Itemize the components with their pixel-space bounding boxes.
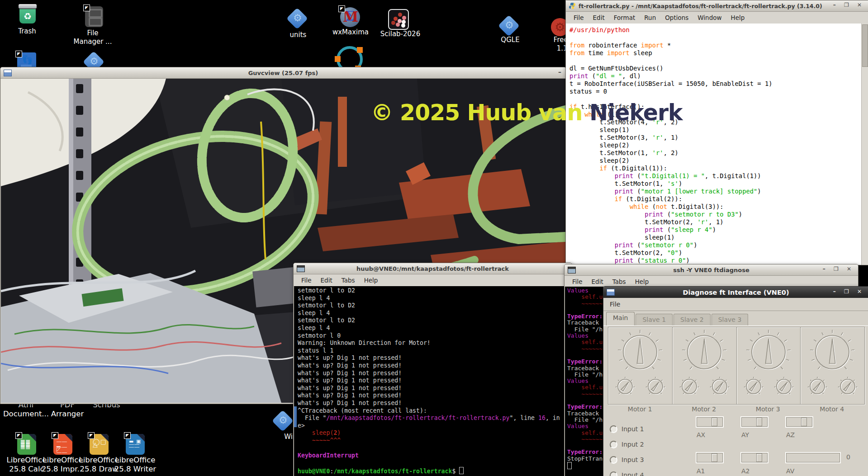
az-label: AZ — [786, 431, 795, 438]
libreoffice-writer-label[interactable]: LibreOffice 25.8 Writer — [110, 456, 161, 474]
input-radio-row: Input 1 — [610, 424, 644, 434]
menu-item-file[interactable]: File — [605, 301, 625, 308]
libreoffice-writer-icon[interactable]: ▬ ▣―――― ◤ — [126, 434, 145, 455]
menu-item-file[interactable]: File — [568, 277, 587, 286]
presentation-icon: ―― ▁―― ◸―― — [57, 440, 72, 454]
terminal-line: setmotor l 0 — [298, 332, 571, 340]
scilab-icon[interactable] — [388, 9, 409, 30]
units-icon[interactable]: ⚙ — [289, 11, 305, 26]
terminal-line: Warning: Unknown Direction for Motor! — [298, 339, 571, 347]
window-buttons[interactable]: – ❐ ✕ — [833, 288, 865, 295]
units-label[interactable]: units — [275, 31, 321, 39]
menu-item-help[interactable]: Help — [631, 277, 653, 286]
terminal-titlebar[interactable]: huub@VNE0:/mnt/kaapstadfotos/ft-rollertr… — [294, 263, 572, 274]
file-manager-label[interactable]: File Manager ... — [63, 29, 122, 46]
terminal-line: KeyboardInterrupt — [298, 452, 571, 460]
menu-item-file[interactable]: File — [569, 13, 588, 22]
ax-label: AX — [697, 431, 705, 438]
wxmaxima-icon[interactable]: Σ M ◤ — [340, 7, 360, 27]
menu-item-format[interactable]: Format — [610, 13, 640, 22]
menu-item-edit[interactable]: Edit — [317, 276, 337, 285]
trash-label[interactable]: Trash — [5, 27, 50, 36]
av-entry[interactable] — [785, 452, 841, 463]
terminal-window: huub@VNE0:/mnt/kaapstadfotos/ft-rollertr… — [293, 263, 572, 476]
radio-button-input-1[interactable] — [610, 425, 617, 433]
wxmaxima-label[interactable]: wxMaxima — [328, 28, 373, 37]
guvcview-titlebar[interactable]: Guvcview (25.07 fps) – — [0, 67, 566, 79]
motor-label: Motor 4 — [800, 405, 864, 413]
window-buttons[interactable]: – ❐ ✕ — [823, 266, 854, 272]
menu-item-tabs[interactable]: Tabs — [608, 277, 630, 286]
code-line: #/usr/bin/python — [569, 26, 862, 34]
menu-item-tabs[interactable]: Tabs — [337, 276, 359, 285]
gauge-dial-icon — [801, 327, 864, 403]
input-label: Input 3 — [621, 456, 644, 463]
motor-gauge-panel — [608, 327, 865, 405]
menu-item-run[interactable]: Run — [640, 13, 660, 22]
ay-spinbox[interactable] — [740, 416, 768, 428]
az-spinbox[interactable] — [785, 416, 813, 428]
input-label: Input 1 — [621, 425, 644, 433]
shortcut-badge-icon: ◤ — [83, 5, 90, 11]
gear-icon: ⚙ — [505, 19, 514, 31]
idle-menubar: FileEditFormatRunOptionsWindowHelp — [566, 12, 868, 24]
ax-spinbox[interactable] — [696, 416, 724, 428]
qgle-label[interactable]: QGLE — [488, 36, 533, 44]
code-line: t.SetMotor(2, 'r', 1) — [569, 218, 862, 226]
gear-icon: ⚙ — [293, 12, 302, 24]
menu-item-window[interactable]: Window — [693, 13, 726, 22]
motor-label: Motor 1 — [608, 405, 672, 413]
libreoffice-calc-icon[interactable]: ▦▦▦▦▦▦ ◤ — [17, 434, 36, 455]
a1-spinbox[interactable] — [696, 452, 724, 463]
terminal-output[interactable]: setmotor l to D2sleep l 4setmotor l to D… — [294, 286, 571, 476]
idle-code-area[interactable]: #/usr/bin/python from robointerface impo… — [566, 24, 862, 265]
ssh-title: ssh -Y VNE0 ftdiagnose — [564, 267, 858, 273]
terminal-line: what's up? Dig 1 not pressed! — [298, 400, 571, 407]
tab-slave-1[interactable]: Slave 1 — [636, 314, 673, 325]
gnome-foot-icon: 👣 — [22, 55, 33, 66]
libreoffice-draw-icon[interactable]: ◯▢△ ◤ — [90, 434, 109, 455]
code-line: sleep(1) — [569, 126, 862, 134]
trash-lid-icon — [19, 4, 37, 9]
trash-icon[interactable]: ♻ — [19, 4, 37, 24]
menu-item-edit[interactable]: Edit — [589, 13, 609, 22]
terminal-line: status l 1 — [298, 347, 571, 355]
shortcut-badge-icon: ◤ — [338, 5, 345, 12]
file-manager-icon[interactable]: ◤ — [85, 6, 103, 27]
a2-spinbox[interactable] — [740, 452, 768, 463]
radio-button-input-4[interactable] — [610, 471, 617, 476]
idle-titlebar[interactable]: ft-rollertrack.py - /mnt/Kaapstadfotos/f… — [566, 0, 868, 12]
code-line — [569, 34, 862, 42]
menu-item-help[interactable]: Help — [727, 13, 749, 22]
radio-button-input-3[interactable] — [610, 456, 617, 464]
scilab-label[interactable]: Scilab-2026 — [375, 30, 425, 38]
shortcut-badge-icon: ◤ — [124, 432, 131, 439]
scrollbar-thumb[interactable] — [862, 24, 868, 67]
window-buttons[interactable]: – ❐ ✕ — [833, 2, 865, 8]
code-line: t.SetMotor(3, 'r', 1) — [569, 134, 862, 141]
tab-slave-2[interactable]: Slave 2 — [674, 314, 711, 325]
minimize-button[interactable]: – — [558, 68, 561, 75]
motor-gauge-column — [737, 327, 801, 404]
tab-main[interactable]: Main — [606, 312, 635, 325]
diagnose-titlebar[interactable]: Diagnose ft Interface (VNE0) – ❐ ✕ — [603, 287, 868, 298]
libreoffice-impress-icon[interactable]: ―― ▁―― ◸―― ◤ — [53, 434, 72, 455]
idle-scrollbar[interactable] — [861, 24, 868, 265]
input-radio-row: Input 3 — [610, 455, 644, 464]
motor-label: Motor 3 — [736, 405, 800, 413]
terminal-scrollbar-thumb[interactable] — [294, 406, 297, 427]
input-radios: Input 1Input 2Input 3Input 4 — [610, 424, 644, 476]
wire-icon[interactable]: ⚙ — [275, 413, 290, 429]
menu-item-file[interactable]: File — [297, 276, 316, 285]
menu-item-help[interactable]: Help — [360, 276, 382, 285]
code-line: from time import sleep — [569, 49, 862, 57]
menu-item-edit[interactable]: Edit — [588, 277, 607, 286]
tab-slave-3[interactable]: Slave 3 — [711, 314, 749, 325]
qgle-icon[interactable]: ⚙ — [501, 18, 517, 33]
recycle-icon: ♻ — [19, 9, 36, 24]
radio-button-input-2[interactable] — [610, 441, 617, 448]
ssh-titlebar[interactable]: ssh -Y VNE0 ftdiagnose – ❐ ✕ — [564, 264, 858, 276]
code-line: t.SetMotor(1, 's') — [569, 180, 862, 188]
terminal-line: what's up? Dig 1 not pressed! — [298, 392, 571, 400]
menu-item-options[interactable]: Options — [661, 13, 693, 22]
